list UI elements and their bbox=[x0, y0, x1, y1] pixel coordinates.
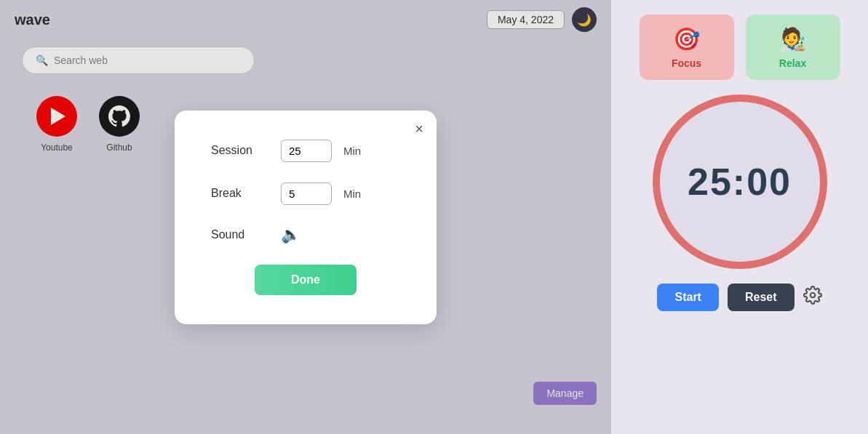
timer-controls: Start Reset bbox=[657, 284, 821, 311]
relax-label: Relax bbox=[779, 57, 806, 69]
sound-icon[interactable]: 🔈 bbox=[281, 225, 300, 244]
break-label: Break bbox=[211, 187, 269, 200]
session-min-label: Min bbox=[343, 145, 361, 157]
break-input[interactable] bbox=[281, 182, 332, 205]
relax-mode-button[interactable]: 🧑‍🎨 Relax bbox=[746, 15, 840, 80]
modal-overlay: × Session Min Break Min Sound 🔈 Done bbox=[0, 0, 611, 434]
sound-row: Sound 🔈 bbox=[211, 225, 400, 244]
modal-close-button[interactable]: × bbox=[415, 121, 423, 137]
timer-circle: 25:00 bbox=[653, 95, 827, 269]
gear-icon bbox=[803, 286, 822, 305]
right-panel: 🎯 Focus 🧑‍🎨 Relax 25:00 Start Reset bbox=[611, 0, 868, 434]
timer-display: 25:00 bbox=[688, 160, 792, 204]
settings-modal: × Session Min Break Min Sound 🔈 Done bbox=[175, 110, 437, 324]
break-min-label: Min bbox=[343, 188, 361, 200]
relax-emoji: 🧑‍🎨 bbox=[779, 26, 806, 52]
start-button[interactable]: Start bbox=[657, 284, 718, 311]
left-panel: wave May 4, 2022 🌙 🔍 Search web Youtube bbox=[0, 0, 611, 434]
break-row: Break Min bbox=[211, 182, 400, 205]
timer-settings-button[interactable] bbox=[803, 286, 822, 309]
session-input[interactable] bbox=[281, 140, 332, 162]
focus-label: Focus bbox=[672, 57, 701, 69]
session-label: Session bbox=[211, 144, 269, 157]
focus-mode-button[interactable]: 🎯 Focus bbox=[640, 15, 734, 80]
done-button[interactable]: Done bbox=[255, 265, 357, 295]
reset-button[interactable]: Reset bbox=[728, 284, 795, 311]
session-row: Session Min bbox=[211, 140, 400, 162]
mode-buttons: 🎯 Focus 🧑‍🎨 Relax bbox=[626, 15, 853, 80]
svg-point-0 bbox=[810, 293, 815, 298]
focus-emoji: 🎯 bbox=[673, 26, 700, 52]
sound-label: Sound bbox=[211, 228, 269, 241]
